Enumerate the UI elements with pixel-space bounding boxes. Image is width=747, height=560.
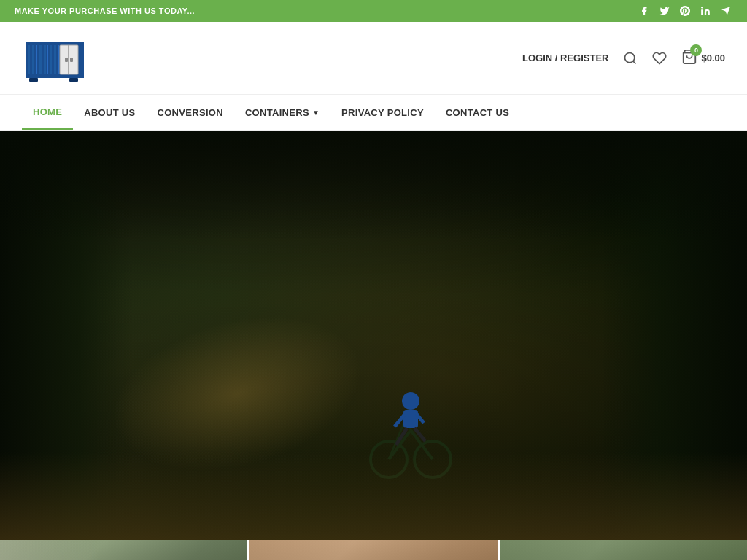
facebook-icon[interactable]: [638, 4, 651, 18]
hero-section: [0, 131, 747, 540]
logo-icon: [22, 31, 88, 85]
thumb-1-overlay: [0, 540, 247, 560]
navigation: HOME ABOUT US CONVERSION CONTAINERS ▼ PR…: [0, 95, 747, 131]
nav-item-about[interactable]: ABOUT US: [73, 95, 146, 130]
cart-badge: 0: [690, 44, 702, 56]
nav-item-privacy[interactable]: PRIVACY POLICY: [330, 95, 435, 130]
svg-rect-7: [26, 74, 84, 78]
telegram-icon[interactable]: [719, 4, 732, 18]
top-bar-message: MAKE YOUR PURCHASE WITH US TODAY...: [15, 7, 195, 15]
top-bar: MAKE YOUR PURCHASE WITH US TODAY...: [0, 0, 747, 22]
containers-dropdown-arrow: ▼: [312, 109, 320, 117]
svg-rect-6: [26, 42, 84, 45]
hero-scene: [0, 131, 747, 540]
svg-rect-11: [70, 58, 73, 62]
thumbnail-3[interactable]: [500, 540, 747, 560]
wishlist-icon[interactable]: [652, 51, 667, 66]
svg-rect-10: [65, 58, 68, 62]
logo-area[interactable]: [22, 31, 88, 85]
thumbnail-1[interactable]: [0, 540, 249, 560]
svg-point-29: [402, 392, 419, 410]
trail-overlay: [0, 452, 747, 540]
svg-point-0: [701, 7, 703, 8]
thumb-2-overlay: [249, 540, 497, 560]
cart-button[interactable]: 0 $0.00: [681, 49, 725, 68]
pinterest-icon[interactable]: [678, 4, 692, 18]
svg-rect-15: [44, 45, 46, 74]
cart-price: $0.00: [701, 52, 725, 63]
tree-top-overlay: [0, 131, 747, 241]
top-bar-social: [638, 4, 732, 18]
svg-rect-19: [69, 78, 78, 82]
svg-rect-13: [32, 45, 34, 74]
svg-rect-12: [28, 45, 30, 74]
cart-icon-wrap: 0: [681, 49, 697, 68]
svg-rect-17: [54, 45, 56, 74]
login-register-button[interactable]: LOGIN / REGISTER: [522, 52, 608, 63]
svg-point-20: [625, 52, 635, 62]
search-icon[interactable]: [623, 51, 638, 66]
header-actions: LOGIN / REGISTER 0 $0.00: [522, 49, 725, 68]
header: LOGIN / REGISTER 0 $0.00: [0, 22, 747, 95]
linkedin-icon[interactable]: [699, 4, 712, 18]
svg-rect-30: [403, 410, 418, 428]
nav-item-contact[interactable]: CONTACT US: [435, 95, 520, 130]
nav-list: HOME ABOUT US CONVERSION CONTAINERS ▼ PR…: [22, 95, 520, 130]
nav-item-home[interactable]: HOME: [22, 95, 73, 130]
nav-item-conversion[interactable]: CONVERSION: [147, 95, 234, 130]
thumbnails-row: [0, 540, 747, 560]
svg-rect-14: [39, 45, 42, 74]
svg-rect-16: [50, 45, 52, 74]
nav-item-containers[interactable]: CONTAINERS ▼: [234, 95, 330, 130]
svg-rect-18: [29, 78, 38, 82]
twitter-icon[interactable]: [658, 4, 671, 18]
svg-line-21: [633, 61, 636, 63]
thumbnail-2[interactable]: [249, 540, 499, 560]
thumb-3-overlay: [500, 540, 747, 560]
